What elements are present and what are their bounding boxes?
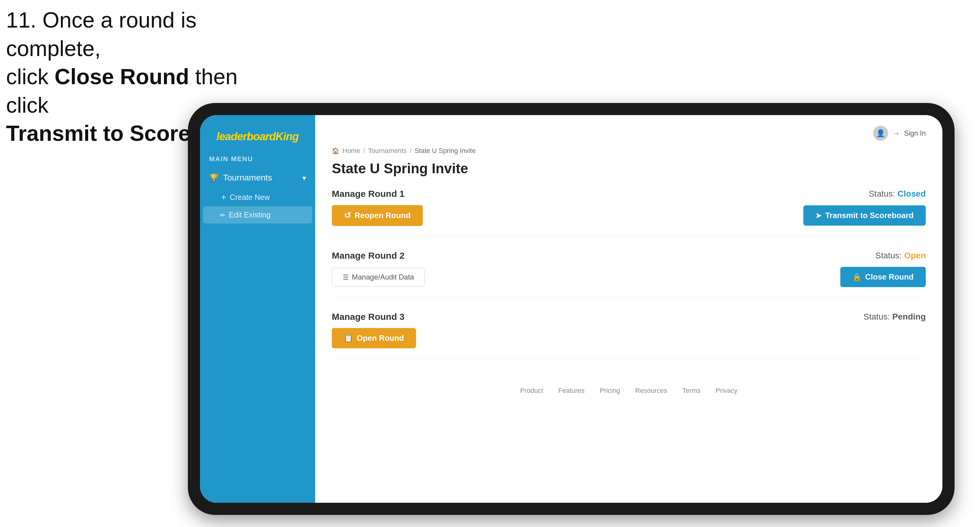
footer-product[interactable]: Product [520, 387, 543, 395]
transmit-label: Transmit to Scoreboard [825, 211, 914, 220]
reopen-label: Reopen Round [355, 211, 410, 220]
signin-icon [892, 129, 900, 138]
page-title: State U Spring Invite [332, 160, 926, 176]
breadcrumb-current: State U Spring Invite [415, 147, 476, 155]
transmit-scoreboard-button[interactable]: Transmit to Scoreboard [803, 205, 926, 225]
home-icon [332, 147, 339, 155]
footer: Product Features Pricing Resources Terms… [332, 378, 926, 395]
round-3-status-label: Status: [864, 312, 890, 321]
round-1-header: Manage Round 1 Status: Closed [332, 189, 926, 199]
tablet-screen: leaderboardKing MAIN MENU Tournaments Cr… [200, 115, 942, 503]
footer-resources[interactable]: Resources [635, 387, 667, 395]
footer-privacy[interactable]: Privacy [716, 387, 737, 395]
sidebar: leaderboardKing MAIN MENU Tournaments Cr… [200, 115, 315, 503]
footer-terms[interactable]: Terms [682, 387, 701, 395]
edit-icon [220, 211, 225, 219]
round-3-header: Manage Round 3 Status: Pending [332, 312, 926, 322]
sidebar-item-create-new[interactable]: Create New [200, 188, 315, 206]
round-2-label: Manage Round 2 [332, 251, 404, 261]
open-icon [344, 333, 353, 343]
logo-styled: King [276, 130, 299, 143]
breadcrumb-tournaments[interactable]: Tournaments [368, 147, 407, 155]
logo: leaderboardKing [209, 130, 306, 143]
round-1-section: Manage Round 1 Status: Closed Reopen Rou… [332, 189, 926, 237]
round-3-section: Manage Round 3 Status: Pending Open Roun… [332, 312, 926, 359]
app-layout: leaderboardKing MAIN MENU Tournaments Cr… [200, 115, 942, 503]
instruction-line2-pre: click [6, 65, 54, 89]
open-round-button[interactable]: Open Round [332, 328, 416, 348]
reopen-round-button[interactable]: Reopen Round [332, 205, 423, 226]
sign-in-label: Sign In [904, 129, 926, 138]
main-content: 👤 Sign In Home / Tournaments / State U S… [315, 115, 942, 503]
close-round-button[interactable]: Close Round [840, 267, 926, 287]
round-3-label: Manage Round 3 [332, 312, 404, 322]
avatar-icon: 👤 [876, 129, 885, 138]
footer-features[interactable]: Features [558, 387, 585, 395]
round-2-header: Manage Round 2 Status: Open [332, 251, 926, 261]
round-1-status: Status: Closed [869, 189, 926, 199]
round-1-actions: Reopen Round Transmit to Scoreboard [332, 205, 926, 226]
round-2-section: Manage Round 2 Status: Open Manage/Audit… [332, 251, 926, 298]
tablet-device: leaderboardKing MAIN MENU Tournaments Cr… [188, 103, 955, 515]
chevron-down-icon [302, 173, 306, 183]
trophy-icon [209, 173, 219, 183]
avatar: 👤 [873, 126, 888, 141]
round-2-actions: Manage/Audit Data Close Round [332, 267, 926, 287]
open-label: Open Round [357, 333, 404, 343]
round-1-status-label: Status: [869, 189, 895, 198]
round-2-status-label: Status: [875, 251, 902, 260]
instruction-line1: 11. Once a round is complete, [6, 8, 196, 60]
breadcrumb-sep1: / [363, 147, 365, 155]
sidebar-logo: leaderboardKing [200, 124, 315, 152]
manage-label: Manage/Audit Data [352, 273, 414, 281]
close-icon [853, 272, 862, 282]
menu-label: MAIN MENU [200, 152, 315, 167]
logo-plain: leaderboard [216, 130, 275, 143]
close-label: Close Round [865, 272, 914, 282]
footer-pricing[interactable]: Pricing [600, 387, 620, 395]
manage-audit-button[interactable]: Manage/Audit Data [332, 268, 425, 287]
top-bar: 👤 Sign In [332, 126, 926, 141]
instruction-bold-close: Close Round [54, 65, 189, 89]
round-2-status: Status: Open [875, 251, 926, 260]
create-new-label: Create New [230, 193, 270, 202]
breadcrumb-home[interactable]: Home [342, 147, 360, 155]
sidebar-item-tournaments[interactable]: Tournaments [200, 167, 315, 188]
sign-in-area[interactable]: 👤 Sign In [873, 126, 926, 141]
round-1-label: Manage Round 1 [332, 189, 404, 199]
breadcrumb: Home / Tournaments / State U Spring Invi… [332, 147, 926, 155]
tournaments-label: Tournaments [223, 173, 272, 183]
plus-icon [221, 192, 226, 202]
transmit-icon [815, 211, 821, 220]
sidebar-item-edit-existing[interactable]: Edit Existing [203, 206, 312, 224]
tournaments-left: Tournaments [209, 173, 272, 183]
round-2-status-value: Open [904, 251, 926, 260]
manage-icon [343, 273, 349, 281]
breadcrumb-sep2: / [410, 147, 412, 155]
round-3-status: Status: Pending [864, 312, 926, 322]
reopen-icon [344, 211, 351, 221]
round-3-status-value: Pending [892, 312, 926, 321]
edit-existing-label: Edit Existing [229, 211, 270, 219]
round-1-status-value: Closed [897, 189, 926, 198]
round-3-actions: Open Round [332, 328, 926, 348]
